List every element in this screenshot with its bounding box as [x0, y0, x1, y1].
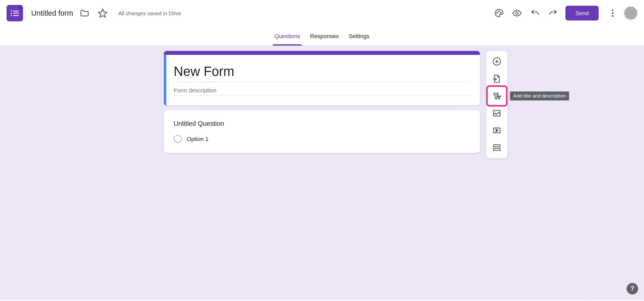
- account-avatar[interactable]: [624, 7, 637, 20]
- customize-theme-button[interactable]: [491, 5, 507, 21]
- editor-canvas: Untitled Question Option 1 Add title and…: [0, 46, 644, 300]
- add-video-button[interactable]: [489, 122, 505, 139]
- svg-point-4: [612, 10, 613, 11]
- tab-responses[interactable]: Responses: [305, 26, 344, 46]
- send-button[interactable]: Send: [565, 6, 599, 20]
- video-icon: [492, 126, 502, 135]
- more-menu-button[interactable]: [604, 5, 621, 21]
- svg-point-1: [499, 11, 499, 12]
- move-to-folder-button[interactable]: [77, 5, 93, 21]
- radio-icon: [174, 135, 182, 143]
- tab-settings[interactable]: Settings: [344, 26, 375, 46]
- star-button[interactable]: [95, 5, 111, 21]
- form-description-input[interactable]: [174, 82, 470, 96]
- option-label[interactable]: Option 1: [187, 136, 208, 143]
- folder-icon: [80, 8, 89, 18]
- forms-logo[interactable]: [7, 5, 23, 21]
- svg-point-3: [516, 12, 519, 14]
- undo-icon: [530, 8, 540, 18]
- palette-icon: [494, 8, 504, 18]
- save-status: All changes saved in Drive: [118, 10, 181, 16]
- option-row: Option 1: [174, 135, 470, 143]
- image-icon: [492, 108, 502, 118]
- svg-rect-12: [494, 145, 500, 147]
- file-import-icon: [492, 74, 502, 84]
- more-vert-icon: [608, 8, 617, 18]
- redo-button[interactable]: [545, 5, 562, 21]
- text-icon: [492, 91, 502, 101]
- add-section-button[interactable]: [489, 139, 505, 156]
- svg-point-5: [612, 12, 613, 14]
- question-title[interactable]: Untitled Question: [174, 120, 470, 128]
- form-title-input[interactable]: [174, 64, 470, 82]
- help-button[interactable]: ?: [626, 283, 638, 295]
- form-header-card[interactable]: [164, 51, 480, 105]
- svg-point-0: [497, 13, 497, 13]
- question-toolbar: Add title and description: [486, 51, 507, 158]
- section-icon: [492, 143, 502, 153]
- eye-icon: [512, 8, 522, 18]
- tooltip: Add title and description: [510, 91, 569, 100]
- tab-questions[interactable]: Questions: [269, 26, 305, 46]
- document-title[interactable]: Untitled form: [30, 8, 75, 18]
- main-tabs: Questions Responses Settings: [0, 26, 644, 46]
- star-icon: [98, 8, 107, 18]
- svg-point-6: [612, 15, 613, 17]
- add-title-description-button[interactable]: Add title and description: [489, 88, 505, 104]
- import-questions-button[interactable]: [489, 70, 505, 87]
- svg-rect-13: [494, 148, 500, 150]
- question-card[interactable]: Untitled Question Option 1: [164, 110, 480, 153]
- add-image-button[interactable]: [489, 105, 505, 121]
- redo-icon: [548, 8, 558, 18]
- app-header: Untitled form All changes saved in Drive…: [0, 0, 644, 26]
- svg-point-2: [501, 13, 501, 13]
- preview-button[interactable]: [509, 5, 525, 21]
- undo-button[interactable]: [527, 5, 544, 21]
- plus-circle-icon: [492, 57, 502, 66]
- add-question-button[interactable]: [489, 53, 505, 70]
